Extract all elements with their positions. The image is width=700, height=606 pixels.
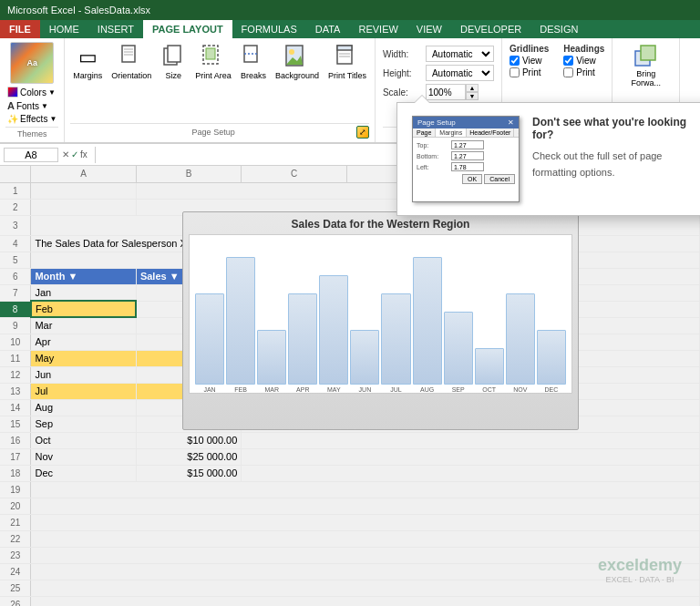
mini-input-top[interactable]: 1.27 [451, 140, 484, 149]
col-header-c[interactable]: C [242, 166, 346, 182]
cell-19[interactable] [31, 481, 700, 498]
cell-b18[interactable]: $15 000.00 [136, 465, 241, 481]
mini-tab-header-footer[interactable]: Header/Footer [467, 128, 514, 137]
gridlines-print-checkbox[interactable] [510, 67, 520, 77]
cell-26[interactable] [31, 596, 700, 606]
cell-22[interactable] [31, 530, 700, 547]
page-setup-dialog-launcher[interactable]: ⤢ [356, 126, 369, 139]
scale-up-button[interactable]: ▲ [466, 84, 479, 92]
tab-insert[interactable]: INSERT [88, 20, 143, 38]
cell-a2[interactable] [31, 199, 136, 215]
bar-label-mar: MAR [264, 386, 279, 393]
cell-a16[interactable]: Oct [31, 432, 136, 448]
row-header-24: 24 [0, 563, 31, 580]
mini-input-bottom[interactable]: 1.27 [451, 151, 484, 160]
table-row: 18 Dec $15 000.00 [0, 465, 700, 481]
bar-label-jan: JAN [203, 386, 215, 393]
chart-bar-aug: AUG [413, 257, 442, 393]
tab-page-layout[interactable]: PAGE LAYOUT [143, 20, 232, 38]
mini-cancel-button[interactable]: Cancel [484, 174, 515, 184]
mini-ok-button[interactable]: OK [462, 174, 482, 184]
mini-tab-sheet[interactable]: Sheet [514, 128, 520, 137]
mini-field-left: Left: 1.78 [417, 162, 515, 171]
scale-down-button[interactable]: ▼ [466, 92, 479, 100]
cell-a18[interactable]: Dec [31, 465, 136, 481]
tab-file[interactable]: FILE [0, 20, 40, 38]
cell-a11[interactable]: May [31, 350, 136, 366]
chart-bar-jan: JAN [195, 293, 224, 393]
width-select[interactable]: Automatic [426, 46, 494, 62]
orientation-button[interactable]: Orientation [108, 42, 154, 82]
effects-button[interactable]: ✨ Effects ▼ [5, 113, 58, 125]
mini-input-left[interactable]: 1.78 [451, 162, 484, 171]
mini-tab-margins[interactable]: Margins [436, 128, 467, 137]
cell-a10[interactable]: Apr [31, 334, 136, 350]
print-titles-button[interactable]: Print Titles [325, 42, 369, 82]
spreadsheet-container[interactable]: A B C D E F G 1 2 3 [0, 166, 700, 606]
bar-apr [288, 293, 317, 385]
svg-rect-18 [641, 46, 655, 60]
tab-developer[interactable]: DEVELOPER [451, 20, 530, 38]
tab-review[interactable]: REVIEW [349, 20, 407, 38]
chart-bar-feb: FEB [226, 257, 255, 393]
cell-a9[interactable]: Mar [31, 317, 136, 334]
colors-button[interactable]: Colors ▼ [5, 86, 58, 98]
tab-design[interactable]: DESIGN [530, 20, 587, 38]
tab-formulas[interactable]: FORMULAS [232, 20, 306, 38]
cell-c18[interactable] [242, 465, 700, 481]
themes-button[interactable]: Aa [10, 42, 54, 84]
bring-forward-button[interactable]: Bring Forwa... [618, 42, 674, 89]
cell-a8-active[interactable]: Feb [31, 301, 136, 317]
bar-label-may: MAY [327, 386, 341, 393]
orientation-label: Orientation [111, 71, 151, 80]
cell-a7[interactable]: Jan [31, 284, 136, 301]
col-header-a[interactable]: A [31, 166, 136, 182]
tab-data[interactable]: DATA [306, 20, 350, 38]
cell-reference[interactable] [4, 148, 58, 162]
cell-23[interactable] [31, 547, 700, 563]
colors-arrow: ▼ [48, 88, 56, 97]
formula-cancel-icon[interactable]: ✕ [62, 149, 69, 159]
fonts-button[interactable]: A Fonts ▼ [5, 99, 58, 112]
tab-home[interactable]: HOME [40, 20, 88, 38]
cell-a17[interactable]: Nov [31, 448, 136, 465]
print-area-button[interactable]: Print Area [192, 42, 234, 82]
headings-view-checkbox[interactable] [563, 56, 573, 66]
scale-input[interactable] [426, 84, 466, 100]
size-button[interactable]: Size [158, 42, 189, 82]
cell-25[interactable] [31, 580, 700, 596]
bar-jun [350, 330, 379, 385]
cell-a15[interactable]: Sep [31, 416, 136, 432]
chart-container[interactable]: Sales Data for the Western Region JAN FE… [182, 211, 579, 430]
formula-confirm-icon[interactable]: ✓ [71, 149, 78, 159]
cell-24[interactable] [31, 563, 700, 580]
bar-label-jun: JUN [359, 386, 372, 393]
breaks-button[interactable]: Breaks [238, 42, 269, 82]
cell-a1[interactable] [31, 182, 136, 199]
background-button[interactable]: Background [273, 42, 322, 82]
table-row: 21 [0, 514, 700, 530]
height-label: Height: [383, 68, 423, 78]
mini-label-top: Top: [417, 142, 449, 149]
formula-function-icon[interactable]: fx [80, 149, 88, 159]
cell-b16[interactable]: $10 000.00 [136, 432, 241, 448]
cell-a13[interactable]: Jul [31, 383, 136, 399]
cell-month-header[interactable]: Month ▼ [31, 268, 136, 284]
cell-a12[interactable]: Jun [31, 366, 136, 383]
gridlines-view-checkbox[interactable] [510, 56, 520, 66]
mini-dialog-tabs: Page Margins Header/Footer Sheet [413, 128, 519, 138]
cell-21[interactable] [31, 514, 700, 530]
cell-20[interactable] [31, 498, 700, 514]
mini-dialog-close[interactable]: ✕ [508, 118, 514, 127]
headings-print-checkbox[interactable] [563, 67, 573, 77]
row-header-1: 1 [0, 182, 31, 199]
height-select[interactable]: Automatic [426, 65, 494, 81]
mini-tab-page[interactable]: Page [413, 128, 436, 137]
tab-view[interactable]: VIEW [407, 20, 451, 38]
cell-c16[interactable] [242, 432, 700, 448]
col-header-b[interactable]: B [136, 166, 241, 182]
cell-a14[interactable]: Aug [31, 399, 136, 416]
margins-button[interactable]: ▭ Margins [70, 42, 105, 82]
cell-c17[interactable] [242, 448, 700, 465]
cell-b17[interactable]: $25 000.00 [136, 448, 241, 465]
